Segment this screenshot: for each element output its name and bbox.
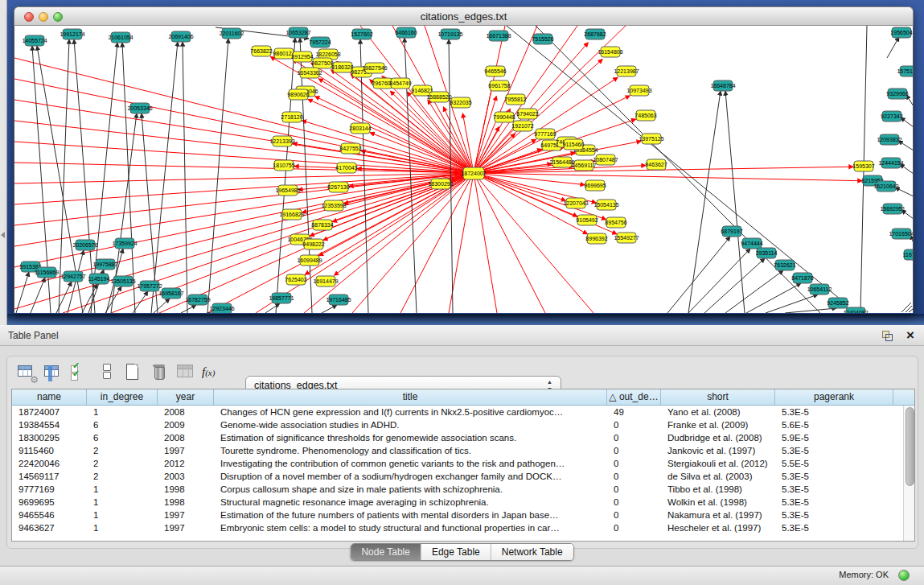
graph-node[interactable]: 16154808 — [598, 47, 622, 57]
tab-node-table[interactable]: Node Table — [351, 544, 421, 560]
graph-node[interactable]: 17016504 — [889, 229, 913, 239]
graph-node[interactable]: 16958167 — [158, 288, 183, 299]
graph-node[interactable]: 8454749 — [389, 78, 411, 89]
table-row[interactable]: 911546021997Tourette syndrome. Phenomeno… — [12, 444, 914, 457]
graph-node[interactable]: 1956504 — [890, 27, 912, 38]
show-column-icon[interactable] — [43, 361, 64, 382]
graph-node[interactable]: 7515526 — [532, 34, 553, 44]
graph-node[interactable]: 19975887 — [92, 259, 117, 270]
scrollbar-thumb[interactable] — [906, 407, 914, 486]
graph-node[interactable]: 8912954 — [291, 51, 313, 62]
graph-node[interactable]: 12353593 — [321, 200, 346, 211]
graph-node[interactable]: 15888520 — [426, 92, 451, 102]
close-window-button[interactable] — [24, 12, 34, 22]
graph-node[interactable]: 9115460 — [563, 139, 585, 150]
graph-node[interactable]: 16914479 — [313, 276, 338, 286]
table-settings-icon[interactable]: ⚙ — [16, 361, 37, 382]
graph-node[interactable]: 7663822 — [250, 46, 272, 56]
graph-nodes[interactable]: 1405572419912174210610542069140622011602… — [19, 27, 913, 313]
graph-node[interactable]: 1810755 — [273, 160, 294, 171]
network-canvas-svg[interactable]: 1405572419912174210610542069140622011602… — [14, 26, 913, 313]
left-splitter[interactable] — [0, 0, 7, 325]
graph-node[interactable]: 6879197 — [721, 226, 742, 237]
graph-node[interactable]: 1527602 — [351, 29, 372, 39]
minimize-window-button[interactable] — [39, 12, 48, 22]
graph-node[interactable]: 19716485 — [326, 295, 351, 305]
column-header-pagerank[interactable]: pagerank — [775, 389, 893, 405]
graph-node[interactable]: 8427552 — [339, 143, 361, 154]
column-header-name[interactable]: name — [12, 389, 87, 405]
graph-node[interactable]: 10654112 — [807, 284, 832, 295]
table-vertical-scrollbar[interactable] — [903, 406, 914, 541]
graph-node[interactable]: 7632621 — [774, 260, 795, 270]
graph-node[interactable]: 19827546 — [362, 63, 387, 73]
graph-node[interactable]: 7957224 — [309, 37, 331, 47]
graph-node[interactable]: 13505135 — [110, 276, 135, 286]
graph-node[interactable]: 6794023 — [516, 109, 538, 119]
graph-node[interactable]: 1595307 — [852, 161, 874, 171]
table-row[interactable]: 946554611997Estimation of the future num… — [12, 509, 914, 521]
row-height-icon[interactable] — [96, 361, 117, 382]
graph-node[interactable]: 9465546 — [484, 66, 506, 76]
graph-node[interactable]: 14055724 — [22, 35, 47, 46]
graph-node[interactable]: 8878334 — [311, 220, 333, 230]
graph-node[interactable]: 19654985 — [275, 185, 300, 196]
function-builder-icon[interactable]: f(x) — [202, 361, 226, 382]
graph-node[interactable]: 9777169 — [534, 129, 556, 139]
graph-node[interactable]: 9474444 — [741, 238, 762, 249]
graph-node[interactable]: 6466160 — [395, 27, 417, 38]
graph-node[interactable]: 18300295 — [428, 179, 453, 189]
graph-node[interactable]: 12404082 — [843, 307, 868, 313]
graph-node[interactable]: 2687682 — [584, 29, 606, 39]
graph-node[interactable]: 1921072 — [511, 121, 533, 131]
graph-node[interactable]: 19166829 — [279, 209, 304, 220]
graph-node[interactable]: 8954756 — [605, 217, 626, 228]
tab-network-table[interactable]: Network Table — [491, 544, 573, 560]
graph-node[interactable]: 16543362 — [297, 68, 322, 78]
graph-node[interactable]: 15549277 — [614, 233, 639, 243]
graph-node[interactable]: 8267130 — [327, 182, 349, 192]
graph-node[interactable]: 9890626 — [287, 89, 309, 100]
graph-node[interactable]: 20053346 — [127, 103, 152, 113]
select-columns-icon[interactable]: ✓✓ — [69, 361, 90, 382]
graph-node[interactable]: 12093832 — [877, 134, 901, 145]
graph-node[interactable]: 4170043 — [335, 163, 357, 173]
graph-node[interactable]: 16210643 — [873, 181, 898, 192]
float-panel-icon[interactable] — [882, 331, 892, 340]
column-header-short[interactable]: short — [661, 389, 775, 405]
graph-node[interactable]: 9498222 — [302, 239, 324, 249]
close-panel-icon[interactable]: × — [906, 326, 914, 345]
delete-table-icon[interactable] — [149, 361, 170, 382]
tab-edge-table[interactable]: Edge Table — [421, 544, 491, 560]
new-table-icon[interactable] — [122, 361, 143, 382]
graph-node[interactable]: 1145194 — [88, 274, 110, 284]
table-row[interactable]: 1872400712008Changes of HCN gene express… — [12, 406, 914, 418]
graph-node[interactable]: 9463627 — [645, 159, 667, 170]
graph-node[interactable]: 9105492 — [576, 215, 598, 225]
graph-node[interactable]: 10719135 — [437, 29, 462, 39]
graph-node-hub[interactable]: 18724007 — [461, 167, 486, 179]
graph-node[interactable]: 2718120 — [281, 112, 302, 122]
graph-node[interactable]: 11156869 — [35, 267, 59, 278]
import-table-icon[interactable] — [175, 361, 196, 382]
graph-node[interactable]: 12444154 — [878, 158, 903, 168]
graph-node[interactable]: 22011602 — [220, 28, 244, 39]
table-row[interactable]: 1830029562008Estimation of significance … — [12, 431, 914, 444]
graph-node[interactable]: 19912174 — [60, 29, 84, 39]
graph-node[interactable]: 21061054 — [108, 32, 133, 43]
graph-node[interactable]: 10973493 — [626, 85, 651, 96]
table-row[interactable]: 977716911998Corpus callosum shape and si… — [12, 483, 914, 496]
graph-node[interactable]: 9329966 — [886, 89, 908, 99]
graph-node[interactable]: 12942757 — [60, 271, 85, 282]
graph-node[interactable]: 7955812 — [504, 94, 526, 105]
network-canvas[interactable]: 1405572419912174210610542069140622011602… — [14, 26, 914, 313]
graph-node[interactable]: 10807487 — [593, 154, 618, 165]
zoom-window-button[interactable] — [53, 12, 63, 22]
graph-node[interactable]: 7625402 — [285, 274, 306, 285]
graph-node[interactable]: 13975125 — [639, 134, 663, 144]
graph-node[interactable]: 9245852 — [827, 298, 848, 308]
graph-node[interactable]: 19857771 — [269, 293, 294, 303]
table-row[interactable]: 1456911722003Disruption of a novel membe… — [12, 470, 914, 483]
window-titlebar[interactable]: citations_edges.txt — [14, 6, 914, 26]
table-row[interactable]: 2242004622012Investigating the contribut… — [12, 457, 914, 470]
